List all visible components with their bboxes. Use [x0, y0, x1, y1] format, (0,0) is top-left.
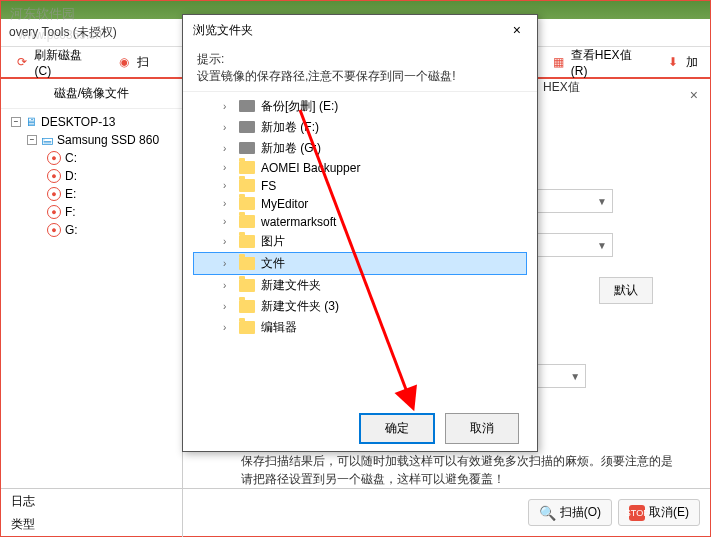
- dropdown-icon[interactable]: ▼: [597, 196, 607, 207]
- view-hex-button[interactable]: ▦ 查看HEX值(R): [541, 44, 654, 81]
- cancel-btn-label: 取消(E): [649, 504, 689, 521]
- default-button[interactable]: 默认: [599, 277, 653, 304]
- device-tree: − 🖥 DESKTOP-13 − 🖴 Samsung SSD 860 ● C: …: [1, 109, 182, 243]
- tree-drive-f[interactable]: ● F:: [5, 203, 178, 221]
- disk-icon: ●: [47, 223, 61, 237]
- folder-item[interactable]: ›新加卷 (G:): [193, 138, 527, 159]
- expand-arrow-icon[interactable]: ›: [223, 236, 233, 247]
- folder-icon: [239, 215, 255, 228]
- disk-icon: ●: [47, 187, 61, 201]
- sidebar-header: 磁盘/镜像文件: [1, 79, 182, 109]
- folder-icon: [239, 321, 255, 334]
- ssd-label: Samsung SSD 860: [57, 133, 159, 147]
- folder-label: AOMEI Backupper: [261, 161, 360, 175]
- folder-item[interactable]: ›编辑器: [193, 317, 527, 338]
- log-label: 日志: [11, 493, 172, 510]
- dropdown-icon[interactable]: ▼: [597, 240, 607, 251]
- expand-arrow-icon[interactable]: ›: [223, 258, 233, 269]
- expand-arrow-icon[interactable]: ›: [223, 180, 233, 191]
- folder-label: 备份[勿删] (E:): [261, 98, 338, 115]
- folder-item[interactable]: ›新建文件夹: [193, 275, 527, 296]
- bottom-bar: 日志 类型 🔍 扫描(O) STOP 取消(E): [1, 488, 710, 536]
- sidebar: 磁盘/镜像文件 − 🖥 DESKTOP-13 − 🖴 Samsung SSD 8…: [1, 79, 183, 536]
- view-hex-label: 查看HEX值(R): [571, 47, 646, 78]
- scan-label: 扫: [137, 54, 149, 71]
- expand-arrow-icon[interactable]: ›: [223, 122, 233, 133]
- tree-desktop[interactable]: − 🖥 DESKTOP-13: [5, 113, 178, 131]
- folder-item[interactable]: ›AOMEI Backupper: [193, 159, 527, 177]
- drive-label: F:: [65, 205, 76, 219]
- monitor-icon: 🖥: [25, 115, 37, 129]
- drive-icon: [239, 100, 255, 112]
- folder-item[interactable]: ›新加卷 (F:): [193, 117, 527, 138]
- tree-ssd[interactable]: − 🖴 Samsung SSD 860: [5, 131, 178, 149]
- ok-button[interactable]: 确定: [359, 413, 435, 444]
- hex-value-tab[interactable]: HEX值: [543, 79, 580, 96]
- cancel-action-button[interactable]: STOP 取消(E): [618, 499, 700, 526]
- expand-arrow-icon[interactable]: ›: [223, 216, 233, 227]
- folder-item[interactable]: ›备份[勿删] (E:): [193, 96, 527, 117]
- scan-icon: ◉: [115, 53, 133, 71]
- folder-label: 编辑器: [261, 319, 297, 336]
- folder-item[interactable]: ›watermarksoft: [193, 213, 527, 231]
- scan-btn-label: 扫描(O): [560, 504, 601, 521]
- drive-icon: [239, 121, 255, 133]
- dialog-titlebar: 浏览文件夹 ×: [183, 15, 537, 45]
- folder-icon: [239, 197, 255, 210]
- drive-label: G:: [65, 223, 78, 237]
- refresh-icon: ⟳: [13, 53, 30, 71]
- bottom-right: 🔍 扫描(O) STOP 取消(E): [183, 499, 710, 526]
- drive-icon: [239, 142, 255, 154]
- folder-item[interactable]: ›MyEditor: [193, 195, 527, 213]
- expand-arrow-icon[interactable]: ›: [223, 101, 233, 112]
- expand-arrow-icon[interactable]: ›: [223, 162, 233, 173]
- folder-item[interactable]: ›新建文件夹 (3): [193, 296, 527, 317]
- expand-arrow-icon[interactable]: ›: [223, 322, 233, 333]
- folder-label: 图片: [261, 233, 285, 250]
- expand-arrow-icon[interactable]: ›: [223, 143, 233, 154]
- tree-drive-c[interactable]: ● C:: [5, 149, 178, 167]
- expand-arrow-icon[interactable]: ›: [223, 280, 233, 291]
- folder-icon: [239, 161, 255, 174]
- tree-drive-d[interactable]: ● D:: [5, 167, 178, 185]
- folder-item[interactable]: ›文件: [193, 252, 527, 275]
- tree-drive-e[interactable]: ● E:: [5, 185, 178, 203]
- tree-drive-g[interactable]: ● G:: [5, 221, 178, 239]
- folder-label: MyEditor: [261, 197, 308, 211]
- watermark-text: 河东软件园: [10, 5, 75, 23]
- refresh-label: 刷新磁盘(C): [34, 47, 97, 78]
- folder-tree[interactable]: ›备份[勿删] (E:)›新加卷 (F:)›新加卷 (G:)›AOMEI Bac…: [183, 91, 537, 401]
- folder-icon: [239, 279, 255, 292]
- download-icon: ⬇: [664, 53, 682, 71]
- hint-text: 设置镜像的保存路径,注意不要保存到同一个磁盘!: [197, 68, 523, 85]
- dropdown-icon[interactable]: ▼: [570, 371, 580, 382]
- collapse-icon[interactable]: −: [11, 117, 21, 127]
- drive-icon: 🖴: [41, 133, 53, 147]
- folder-item[interactable]: ›FS: [193, 177, 527, 195]
- bottom-hint-text: 保存扫描结果后，可以随时加载这样可以有效避免多次扫描的麻烦。须要注意的是请把路径…: [241, 452, 681, 488]
- dialog-close-button[interactable]: ×: [507, 20, 527, 40]
- scan-button[interactable]: ◉ 扫: [107, 50, 157, 74]
- folder-label: 新建文件夹 (3): [261, 298, 339, 315]
- watermark-url: www.pc0359.cn: [18, 28, 102, 42]
- dialog-title-text: 浏览文件夹: [193, 22, 253, 39]
- type-label: 类型: [11, 516, 172, 533]
- scan-action-button[interactable]: 🔍 扫描(O): [528, 499, 612, 526]
- add-button[interactable]: ⬇ 加: [656, 50, 706, 74]
- stop-icon: STOP: [629, 505, 645, 521]
- folder-label: 新加卷 (G:): [261, 140, 321, 157]
- disk-icon: ●: [47, 151, 61, 165]
- expand-arrow-icon[interactable]: ›: [223, 198, 233, 209]
- collapse-icon[interactable]: −: [27, 135, 37, 145]
- folder-item[interactable]: ›图片: [193, 231, 527, 252]
- expand-arrow-icon[interactable]: ›: [223, 301, 233, 312]
- hint-label: 提示:: [197, 51, 523, 68]
- cancel-button[interactable]: 取消: [445, 413, 519, 444]
- add-label: 加: [686, 54, 698, 71]
- bottom-left: 日志 类型: [1, 489, 183, 537]
- panel-close-button[interactable]: ×: [690, 87, 698, 103]
- folder-icon: [239, 235, 255, 248]
- folder-label: FS: [261, 179, 276, 193]
- folder-label: 新加卷 (F:): [261, 119, 319, 136]
- refresh-disk-button[interactable]: ⟳ 刷新磁盘(C): [5, 44, 105, 81]
